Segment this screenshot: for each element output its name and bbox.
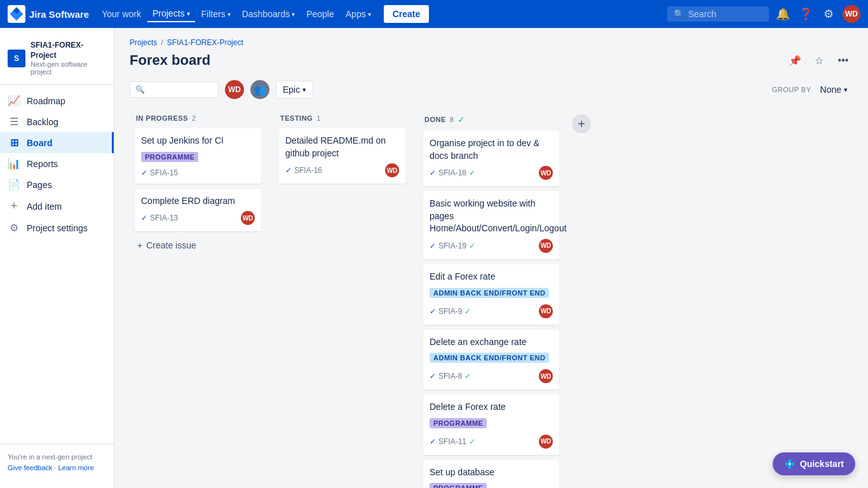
sidebar-item-pages[interactable]: 📄 Pages (0, 174, 114, 195)
task-icon: ✓ (430, 437, 436, 446)
nav-filters[interactable]: Filters ▾ (196, 6, 236, 22)
page-header: Forex board 📌 ☆ ••• (130, 51, 853, 70)
project-settings-icon: ⚙ (8, 222, 20, 234)
column-in-progress: IN PROGRESS 2 Set up Jenkins for CI PROG… (130, 109, 266, 259)
group-by-select[interactable]: None ▾ (815, 82, 853, 97)
app-name: Jira Software (29, 9, 89, 20)
next-gen-notice: You're in a next-gen project (8, 452, 106, 463)
notifications-icon[interactable]: 🔔 (774, 5, 792, 23)
task-icon: ✓ (430, 168, 436, 177)
projects-chevron-icon: ▾ (187, 10, 190, 17)
quickstart-button[interactable]: 💠 Quickstart (773, 452, 855, 475)
sidebar-item-project-settings[interactable]: ⚙ Project settings (0, 217, 114, 238)
add-column-button[interactable]: + (572, 114, 591, 133)
task-icon: ✓ (430, 241, 436, 250)
create-issue-button[interactable]: + Create issue (135, 236, 261, 254)
card-issue-id: SFIA-19 (438, 241, 466, 250)
card-readme[interactable]: Detailed README.md on github project ✓ S… (279, 128, 405, 184)
jira-logo-icon (8, 5, 25, 23)
add-item-icon: + (8, 200, 20, 213)
card-setup-database[interactable]: Set up database PROGRAMME ✓ SFIA-5 ✓ WD (423, 460, 559, 488)
sidebar: S SFIA1-FOREX-Project Next-gen software … (0, 28, 114, 488)
more-options-icon[interactable]: ••• (834, 51, 853, 70)
card-basic-website[interactable]: Basic working website with pages Home/Ab… (423, 191, 559, 259)
sidebar-bottom: You're in a next-gen project Give feedba… (0, 444, 114, 480)
epic-filter-button[interactable]: Epic ▾ (276, 81, 313, 98)
card-issue-id: SFIA-13 (150, 214, 178, 222)
reports-icon: 📊 (8, 158, 20, 170)
card-avatar: WD (241, 211, 255, 225)
board-group-avatar[interactable]: 👥 (250, 80, 269, 99)
pin-icon[interactable]: 📌 (785, 51, 804, 70)
nav-people[interactable]: People (301, 6, 339, 22)
card-organise[interactable]: Organise project in to dev & docs branch… (423, 131, 559, 186)
card-title: Complete ERD diagram (141, 195, 255, 208)
star-icon[interactable]: ☆ (810, 51, 829, 70)
search-icon: 🔍 (674, 9, 684, 19)
card-delete-forex[interactable]: Delete a Forex rate PROGRAMME ✓ SFIA-11 … (423, 395, 559, 455)
column-title-done: DONE (424, 116, 446, 123)
nav-your-work[interactable]: Your work (97, 6, 146, 22)
column-count-in-progress: 2 (192, 114, 196, 122)
give-feedback-link[interactable]: Give feedback (8, 464, 52, 471)
page-title: Forex board (130, 52, 210, 69)
help-icon[interactable]: ❓ (797, 5, 815, 23)
board: IN PROGRESS 2 Set up Jenkins for CI PROG… (130, 109, 853, 488)
create-issue-label: Create issue (146, 240, 196, 250)
card-issue-id: SFIA-8 (438, 372, 462, 381)
user-avatar[interactable]: WD (843, 5, 860, 23)
card-issue-id: SFIA-9 (438, 307, 462, 316)
nav-projects[interactable]: Projects ▾ (147, 6, 195, 22)
search-box[interactable]: 🔍 (667, 6, 769, 22)
create-button[interactable]: Create (384, 5, 430, 23)
epic-label: Epic (283, 85, 300, 95)
card-set-up-jenkins[interactable]: Set up Jenkins for CI PROGRAMME ✓ SFIA-1… (135, 128, 261, 184)
card-id: ✓ SFIA-15 (141, 168, 178, 177)
column-title-testing: TESTING (280, 114, 313, 122)
search-input[interactable] (688, 9, 763, 19)
sidebar-item-board[interactable]: ⊞ Board (0, 132, 114, 153)
settings-icon[interactable]: ⚙ (820, 5, 837, 23)
sidebar-item-roadmap[interactable]: 📈 Roadmap (0, 90, 114, 111)
card-id: ✓ SFIA-19 ✓ (430, 241, 475, 250)
card-avatar: WD (385, 163, 399, 177)
board-search-input[interactable] (149, 85, 213, 95)
breadcrumb-project-name[interactable]: SFIA1-FOREX-Project (167, 38, 243, 47)
quickstart-label: Quickstart (800, 459, 844, 469)
column-done-check-icon: ✓ (458, 114, 465, 125)
nav-apps[interactable]: Apps ▾ (341, 6, 376, 22)
board-user-avatar[interactable]: WD (225, 80, 244, 99)
sidebar-item-add-item[interactable]: + Add item (0, 195, 114, 217)
card-id: ✓ SFIA-13 (141, 214, 178, 222)
breadcrumb-projects[interactable]: Projects (130, 38, 157, 47)
done-check-icon: ✓ (465, 307, 471, 316)
card-title: Set up database (430, 466, 553, 479)
card-id: ✓ SFIA-18 ✓ (430, 168, 475, 177)
card-issue-id: SFIA-15 (150, 168, 178, 177)
done-check-icon: ✓ (469, 168, 475, 177)
task-icon: ✓ (430, 372, 436, 381)
card-complete-erd[interactable]: Complete ERD diagram ✓ SFIA-13 WD (135, 189, 261, 232)
card-avatar: WD (539, 369, 553, 383)
sidebar-item-label-add: Add item (27, 201, 62, 212)
learn-more-link[interactable]: Learn more (58, 464, 94, 471)
card-id: ✓ SFIA-8 ✓ (430, 372, 471, 381)
card-delete-exchange[interactable]: Delete an exchange rate ADMIN BACK END/F… (423, 330, 559, 390)
column-title-in-progress: IN PROGRESS (136, 114, 188, 122)
card-avatar: WD (539, 435, 553, 449)
nav-dashboards[interactable]: Dashboards ▾ (237, 6, 301, 22)
card-label-programme: PROGRAMME (141, 152, 198, 162)
card-title: Edit a Forex rate (430, 271, 553, 283)
project-type: Next-gen software project (31, 60, 106, 76)
top-nav-links: Your work Projects ▾ Filters ▾ Dashboard… (97, 6, 376, 22)
column-count-done: 8 (450, 116, 454, 123)
project-icon: S (8, 50, 25, 67)
apps-chevron-icon: ▾ (368, 11, 371, 18)
sidebar-item-reports[interactable]: 📊 Reports (0, 153, 114, 174)
card-edit-forex[interactable]: Edit a Forex rate ADMIN BACK END/FRONT E… (423, 264, 559, 325)
breadcrumb-divider: / (161, 38, 163, 47)
card-title: Set up Jenkins for CI (141, 135, 255, 147)
board-search[interactable]: 🔍 (130, 81, 219, 98)
app-logo[interactable]: Jira Software (8, 5, 89, 23)
sidebar-item-backlog[interactable]: ☰ Backlog (0, 111, 114, 132)
